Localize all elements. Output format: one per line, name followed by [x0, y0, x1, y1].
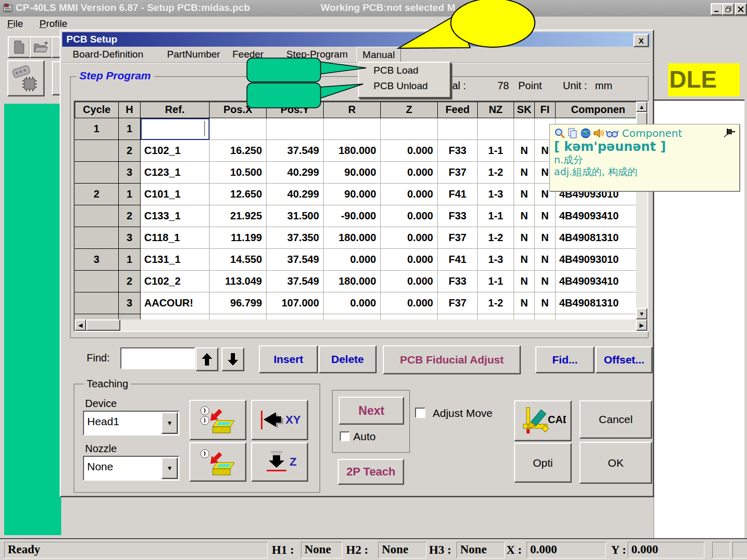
nozzle-combo-arrow[interactable]: ▼: [161, 457, 178, 479]
cell-ref[interactable]: C102_1: [141, 140, 210, 162]
cell-z[interactable]: [381, 118, 438, 140]
menu-partnumber[interactable]: PartNumber: [167, 49, 220, 60]
cell-posy[interactable]: [267, 118, 324, 140]
cell-posx[interactable]: 12.650: [210, 184, 267, 205]
cell-z[interactable]: 0.000: [381, 292, 438, 314]
cell-comp[interactable]: 4B49081310: [556, 292, 641, 314]
cell-sk[interactable]: N: [514, 227, 535, 249]
cell-feed[interactable]: F33: [438, 271, 478, 292]
dialog-titlebar[interactable]: PCB Setup: [62, 32, 651, 47]
cell-nz[interactable]: 1-3: [478, 249, 514, 271]
cell-feed[interactable]: [438, 118, 478, 140]
cell-h[interactable]: 2: [119, 271, 141, 292]
cell-posx[interactable]: 96.799: [210, 292, 267, 314]
offset-button[interactable]: Offset...: [596, 346, 653, 373]
device-combo-arrow[interactable]: ▼: [161, 412, 178, 434]
insert-button[interactable]: Insert: [259, 345, 318, 373]
cell-nz[interactable]: 1-2: [478, 292, 514, 314]
cancel-button[interactable]: Cancel: [579, 400, 652, 439]
two-point-teach-button[interactable]: 2P Teach: [338, 459, 404, 485]
close-button[interactable]: [735, 3, 747, 16]
cell-sk[interactable]: N: [514, 140, 535, 162]
cell-ref[interactable]: C118_1: [141, 227, 210, 249]
delete-button[interactable]: Delete: [319, 345, 377, 373]
cell-z[interactable]: 0.000: [381, 184, 438, 205]
cell-sk[interactable]: N: [514, 292, 535, 314]
feeder-teach-nozzle-button[interactable]: [189, 442, 246, 482]
cell-cycle[interactable]: [75, 162, 119, 184]
cell-ref[interactable]: AACOUR!: [141, 292, 210, 314]
cell-ref[interactable]: C101_1: [141, 184, 210, 205]
cell-feed[interactable]: F33: [438, 205, 478, 227]
cell-posx[interactable]: [210, 118, 267, 140]
cell-z[interactable]: 0.000: [381, 205, 438, 227]
cell-posx[interactable]: 10.500: [210, 162, 267, 184]
cell-z[interactable]: 0.000: [381, 271, 438, 292]
cell-posy[interactable]: 37.549: [267, 314, 324, 319]
cell-feed[interactable]: F37: [438, 292, 478, 314]
cell-posx[interactable]: 16.250: [210, 140, 267, 162]
cell-sk[interactable]: N: [514, 314, 535, 319]
cell-h[interactable]: 2: [119, 205, 141, 227]
menu-file[interactable]: File: [7, 18, 23, 30]
cell-feed[interactable]: F41: [438, 184, 478, 205]
cell-posy[interactable]: 40.299: [267, 162, 324, 184]
find-down-button[interactable]: [222, 347, 244, 371]
cell-cycle[interactable]: [75, 205, 119, 227]
cell-sk[interactable]: N: [514, 249, 535, 271]
cell-cycle[interactable]: 2: [75, 184, 119, 205]
cell-h[interactable]: 2: [119, 140, 141, 162]
cell-h[interactable]: 1: [119, 184, 141, 205]
dialog-close-button[interactable]: X: [633, 34, 649, 47]
cell-cycle[interactable]: 4: [75, 314, 119, 319]
cell-posy[interactable]: 37.350: [267, 227, 324, 249]
menu-item-pcb-load[interactable]: PCB Load: [359, 63, 450, 78]
cell-posy[interactable]: 37.549: [267, 249, 324, 271]
z-teach-button[interactable]: Z: [251, 442, 308, 482]
restore-button[interactable]: [722, 3, 735, 16]
toolbar-pcb-setup-button[interactable]: [7, 60, 45, 96]
cell-comp[interactable]: 4B49093410: [556, 205, 641, 227]
cell-r[interactable]: 90.000: [324, 184, 381, 205]
cell-feed[interactable]: F33: [438, 140, 478, 162]
cell-posx[interactable]: 14.550: [210, 249, 267, 271]
cell-nz[interactable]: 1-1: [478, 140, 514, 162]
nozzle-combo[interactable]: None ▼: [83, 456, 179, 481]
cell-r[interactable]: 90.000: [324, 162, 381, 184]
cell-fi[interactable]: N: [535, 227, 556, 249]
toolbar-open-button[interactable]: [30, 36, 52, 58]
cell-cycle[interactable]: [75, 140, 119, 162]
cell-r[interactable]: -90.000: [324, 205, 381, 227]
toolbar-new-button[interactable]: [8, 36, 31, 58]
pcb-fiducial-adjust-button[interactable]: PCB Fiducial Adjust: [383, 345, 521, 374]
cell-ref[interactable]: C101_2: [141, 314, 210, 319]
scroll-down-button[interactable]: ▼: [636, 308, 647, 319]
cell-fi[interactable]: N: [535, 292, 556, 314]
cell-h[interactable]: 3: [119, 227, 141, 249]
cell-r[interactable]: 180.000: [324, 271, 381, 292]
pushpin-icon[interactable]: [724, 128, 735, 137]
cell-sk[interactable]: N: [514, 184, 535, 205]
cell-z[interactable]: 0.000: [381, 227, 438, 249]
cell-nz[interactable]: 1-2: [478, 227, 514, 249]
speaker-icon[interactable]: [593, 128, 604, 139]
cell-posx[interactable]: 21.925: [210, 205, 267, 227]
horizontal-scrollbar[interactable]: ◀ ▶: [75, 319, 647, 331]
cell-r[interactable]: 0.000: [324, 314, 381, 319]
cell-comp[interactable]: 4B49093410: [556, 271, 641, 292]
cell-fi[interactable]: N: [535, 249, 556, 271]
cell-fi[interactable]: N: [535, 205, 556, 227]
scroll-left-button[interactable]: ◀: [75, 319, 86, 331]
cell-posy[interactable]: 31.500: [267, 205, 324, 227]
menu-step-program[interactable]: Step-Program: [286, 49, 348, 60]
menu-feeder[interactable]: Feeder: [232, 49, 264, 60]
fid-button[interactable]: Fid...: [535, 346, 594, 373]
cell-cycle[interactable]: 1: [75, 118, 119, 140]
cell-nz[interactable]: 1-2: [478, 162, 514, 184]
menu-board-definition[interactable]: Board-Definition: [73, 49, 143, 60]
cell-r[interactable]: 180.000: [324, 227, 381, 249]
cell-h[interactable]: 3: [119, 162, 141, 184]
scroll-up-button[interactable]: ▲: [636, 102, 647, 112]
cell-sk[interactable]: [514, 118, 535, 140]
find-up-button[interactable]: [196, 347, 218, 371]
